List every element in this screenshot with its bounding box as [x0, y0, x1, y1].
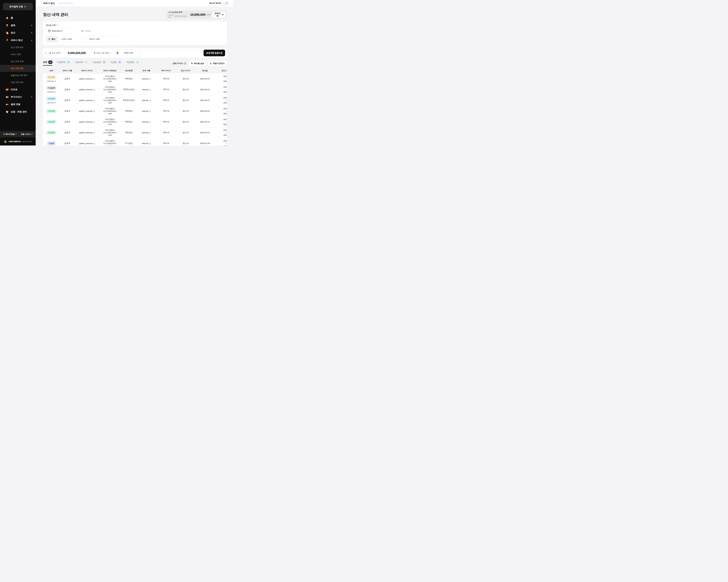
balance-currency: KRW: [206, 14, 211, 16]
contract-id-cell: 계약 id: [156, 73, 176, 84]
partner-account-cell: 카카오뱅크12-12341234-1234: [99, 84, 121, 95]
status-change-link[interactable]: 상태변경⇄: [43, 102, 60, 104]
sidebar-item-payment-integration[interactable]: 결제 연동: [0, 101, 36, 108]
e-payment-apply-button[interactable]: 전자결제 신청: [3, 3, 33, 10]
table-row[interactable]: 지급실패 상태변경⇄ 김포트 python_lecturer_1 카카오뱅크12…: [43, 84, 227, 95]
tab-hold[interactable]: 지급보류0: [75, 60, 88, 65]
contract-id-cell: 계약 id: [156, 138, 176, 145]
filter-button[interactable]: 필터: [46, 36, 58, 42]
settlement-period-cell: 2024-0~2024-0: [215, 84, 227, 95]
table-row[interactable]: 지급완료 김포트 python_lecturer_1 카카오뱅크12-12341…: [43, 127, 227, 138]
account-domain: @mail.com: [22, 140, 32, 143]
settlement-type-cell: 주문정산: [121, 116, 137, 127]
status-cell: 지급완료: [43, 116, 60, 127]
toggle-knob: [223, 2, 226, 4]
info-icon[interactable]: ⓘ: [61, 52, 62, 54]
contract-name-cell: lecturer_1: [137, 84, 156, 95]
console-guide-link[interactable]: 콘솔 가이드 ↗: [21, 133, 32, 135]
page-title: 정산 내역 관리: [43, 12, 68, 17]
sidebar-item-store-account[interactable]: 상점 · 계정 관리: [0, 108, 36, 115]
table-row[interactable]: 지급보류 상태변경⇄ 김포트 python_lecturer_1 카카오뱅크12…: [43, 73, 227, 84]
breadcrumb-section[interactable]: 파트너 정산: [43, 2, 55, 5]
tab-scheduled[interactable]: 지급예정10: [57, 60, 71, 65]
contract-id-cell: 계약 id: [156, 84, 176, 95]
settlement-type-cell: 주문취소정산: [121, 84, 137, 95]
partner-name-cell: 김포트: [60, 106, 75, 116]
home-icon: [5, 17, 9, 20]
status-badge: 지급완료: [46, 109, 57, 113]
chevron-down-icon: ⌄: [82, 38, 83, 40]
settlement-table-card: 상태파트너 이름파트너 아이디파트너 계좌정보정산유형계약 이름계약 아이디정산…: [43, 68, 227, 145]
status-tabs-row: 전체10지급예정10지급보류0지급실패0지급중0지급완료0 상태 가이드 ? 테…: [43, 60, 227, 67]
sidebar-item-settlement-history[interactable]: 정산 내역 관리: [0, 65, 36, 72]
external-link-icon: ↗: [15, 133, 17, 135]
settlement-date-cell: 2024-03-17: [195, 116, 215, 127]
table-row[interactable]: 지급완료 김포트 python_lecturer_1 카카오뱅크12-12341…: [43, 116, 227, 127]
table-settings-button[interactable]: 테이블 설정: [189, 60, 206, 66]
contract-id-cell: 계약 id: [156, 127, 176, 138]
tab-count-badge: 0: [118, 60, 122, 64]
old-admin-console-link[interactable]: 구 관리자콘솔 ↗: [3, 133, 17, 135]
total-payable-value: 0: [116, 51, 118, 55]
sidebar-item-payment[interactable]: 결제 ▼: [0, 22, 36, 29]
partner-name-cell: 김포트: [60, 116, 75, 127]
sidebar-item-addon-services[interactable]: 부가서비스 ▼: [0, 93, 36, 101]
partner-id-cell: python_lecturer_1: [75, 84, 99, 95]
tab-fail[interactable]: 지급실패0: [93, 60, 106, 65]
settlement-date-cell: 2024-01-04: [195, 138, 215, 145]
sidebar-item-settlement[interactable]: 정산 ▼: [0, 29, 36, 36]
bulk-transfer-button[interactable]: 송금대행 일괄지급: [204, 50, 225, 56]
balance-check-button[interactable]: 잔액조회 ⟳: [212, 11, 226, 18]
filter-icon: [48, 38, 50, 40]
sort-chevrons-icon: ⌃⌄: [126, 38, 127, 40]
tab-done[interactable]: 지급완료0: [126, 60, 139, 65]
partner-account-cell: 카카오뱅크12-12341234-1234: [99, 106, 121, 116]
total-settlement-value: 9,000,000,000: [68, 51, 86, 55]
expand-triangle-icon[interactable]: ▶: [46, 52, 47, 54]
sidebar-item-settlement-policy[interactable]: 정산 정책 관리: [0, 44, 36, 51]
sidebar-item-label: 홈: [11, 17, 13, 20]
sidebar-item-payout-history[interactable]: 지급 내역 관리: [0, 79, 36, 86]
info-icon[interactable]: ⓘ: [56, 24, 58, 26]
virtual-account-balance-card: 내 가상계좌 잔액 경남은행 28999770218123 ⧉ 10,000,0…: [166, 10, 227, 19]
copy-icon[interactable]: ⧉: [188, 15, 190, 18]
settlement-period-cell: 2024-0~2024-0: [215, 95, 227, 106]
status-badge: 지급보류: [46, 75, 57, 79]
sidebar-item-label: 파트너 정산: [11, 39, 23, 42]
cards-icon: [5, 31, 9, 34]
sidebar: 전자결제 신청 홈 결제 ▼ 정산 ▼ 파트너 정산 ▲ 정산 정책 관리 파트…: [0, 0, 36, 145]
sidebar-item-partner-settlement[interactable]: 파트너 정산 ▲: [0, 36, 36, 44]
account-row[interactable]: 👦 mail-address @mail.com: [0, 137, 36, 145]
column-header: 정산유형: [121, 68, 137, 73]
table-row[interactable]: 지급중 김포트 python_lecturer_1 카카오뱅크12-123412…: [43, 138, 227, 145]
test-data-toggle-pill[interactable]: 테스트 데이터: [207, 1, 230, 6]
table-row[interactable]: 지급예정 상태변경⇄ 김포트 python_lecturer_1 카카오뱅크12…: [43, 95, 227, 106]
selected-count: 1개 선택됨: [81, 30, 91, 32]
partner-account-cell: 카카오뱅크12-12341234-1234: [99, 73, 121, 84]
partner-info-dropdown[interactable]: 파트너 정보 ⌄: [59, 36, 85, 42]
currency-history-dropdown[interactable]: KRW 내역 ⌄: [122, 50, 141, 56]
status-guide[interactable]: 상태 가이드 ?: [173, 62, 186, 65]
partner-name-cell: 김포트: [60, 138, 75, 145]
test-data-toggle[interactable]: [223, 2, 229, 5]
settlement-date-input[interactable]: 2024-03-17: [46, 28, 79, 34]
sidebar-item-report[interactable]: 리포트: [0, 86, 36, 93]
partner-select-dropdown[interactable]: 파트너 선택 ⌃⌄: [87, 36, 129, 42]
tab-paying[interactable]: 지급중0: [110, 60, 122, 65]
tab-count-badge: 10: [48, 60, 52, 64]
sidebar-item-bulk-payout-history[interactable]: 일괄지급 내역 관리: [0, 72, 36, 79]
excel-download-button[interactable]: 엑셀 다운로드: [208, 60, 227, 66]
table-row[interactable]: 지급완료 김포트 python_lecturer_1 카카오뱅크12-12341…: [43, 106, 227, 116]
chevron-up-icon: ▲: [31, 39, 32, 41]
sidebar-item-home[interactable]: 홈: [0, 14, 36, 22]
status-change-link[interactable]: 상태변경⇄: [43, 91, 60, 93]
column-header: 정산일: [195, 68, 215, 73]
info-icon[interactable]: ⓘ: [110, 52, 111, 54]
sidebar-item-partner-management[interactable]: 파트너 관리: [0, 51, 36, 58]
status-change-link[interactable]: 상태변경⇄: [43, 80, 60, 82]
settlement-period-cell: 2024-0~2024-0: [215, 106, 227, 116]
sidebar-item-settlement-detail[interactable]: 정산 상세 조회: [0, 58, 36, 65]
store-account-icon: [5, 110, 9, 113]
tab-all[interactable]: 전체10: [43, 60, 52, 65]
divider: [19, 133, 19, 135]
